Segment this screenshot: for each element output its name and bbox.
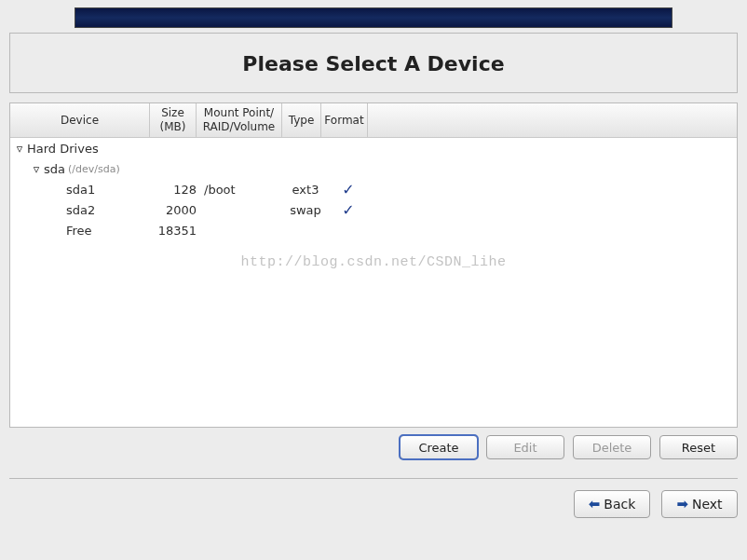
tree-root-row[interactable]: ▿ Hard Drives bbox=[10, 138, 737, 158]
partition-row[interactable]: Free 18351 bbox=[10, 220, 737, 240]
col-format-header[interactable]: Format bbox=[321, 103, 368, 137]
arrow-left-icon: ⬅ bbox=[589, 496, 601, 512]
partition-mount: /boot bbox=[200, 183, 286, 197]
back-button[interactable]: ⬅ Back bbox=[574, 490, 650, 518]
table-header: Device Size (MB) Mount Point/ RAID/Volum… bbox=[10, 103, 737, 138]
partition-type: swap bbox=[286, 203, 325, 217]
page-title: Please Select A Device bbox=[10, 52, 737, 75]
back-label: Back bbox=[604, 497, 635, 512]
partition-name: sda1 bbox=[66, 183, 95, 197]
partition-name: sda2 bbox=[66, 203, 95, 217]
title-row: Please Select A Device bbox=[10, 34, 737, 92]
check-icon: ✓ bbox=[342, 181, 354, 198]
expand-toggle-icon[interactable]: ▿ bbox=[14, 142, 25, 156]
action-buttons: Create Edit Delete Reset bbox=[0, 428, 747, 469]
arrow-right-icon: ➡ bbox=[676, 496, 688, 512]
partition-row[interactable]: sda1 128 /boot ext3 ✓ bbox=[10, 179, 737, 199]
next-button[interactable]: ➡ Next bbox=[661, 490, 738, 518]
col-size-header[interactable]: Size (MB) bbox=[150, 103, 197, 137]
nav-buttons: ⬅ Back ➡ Next bbox=[0, 479, 747, 527]
col-device-header[interactable]: Device bbox=[10, 103, 150, 137]
partition-size: 2000 bbox=[154, 203, 200, 217]
table-body: ▿ Hard Drives ▿ sda (/dev/sda) sda1 128 … bbox=[10, 138, 737, 427]
reset-button[interactable]: Reset bbox=[659, 435, 738, 459]
partition-row[interactable]: sda2 2000 swap ✓ bbox=[10, 199, 737, 220]
create-button[interactable]: Create bbox=[400, 435, 478, 459]
disk-path: (/dev/sda) bbox=[68, 163, 120, 175]
partition-name: Free bbox=[66, 224, 92, 238]
check-icon: ✓ bbox=[342, 201, 354, 219]
disk-row[interactable]: ▿ sda (/dev/sda) bbox=[10, 158, 737, 179]
partition-type: ext3 bbox=[286, 183, 325, 197]
expand-toggle-icon[interactable]: ▿ bbox=[31, 162, 42, 176]
col-filler bbox=[368, 103, 737, 137]
partition-size: 18351 bbox=[154, 224, 200, 238]
col-type-header[interactable]: Type bbox=[282, 103, 321, 137]
watermark-text: http://blog.csdn.net/CSDN_lihe bbox=[10, 254, 737, 270]
device-table: Device Size (MB) Mount Point/ RAID/Volum… bbox=[9, 102, 738, 428]
col-mount-header[interactable]: Mount Point/ RAID/Volume bbox=[197, 103, 282, 137]
next-label: Next bbox=[692, 497, 723, 512]
disk-name: sda bbox=[44, 162, 65, 176]
delete-button[interactable]: Delete bbox=[573, 435, 651, 459]
top-banner bbox=[75, 7, 672, 28]
partition-size: 128 bbox=[154, 183, 200, 197]
edit-button[interactable]: Edit bbox=[486, 435, 564, 459]
main-panel: Please Select A Device bbox=[9, 33, 738, 93]
tree-root-label: Hard Drives bbox=[27, 142, 99, 156]
